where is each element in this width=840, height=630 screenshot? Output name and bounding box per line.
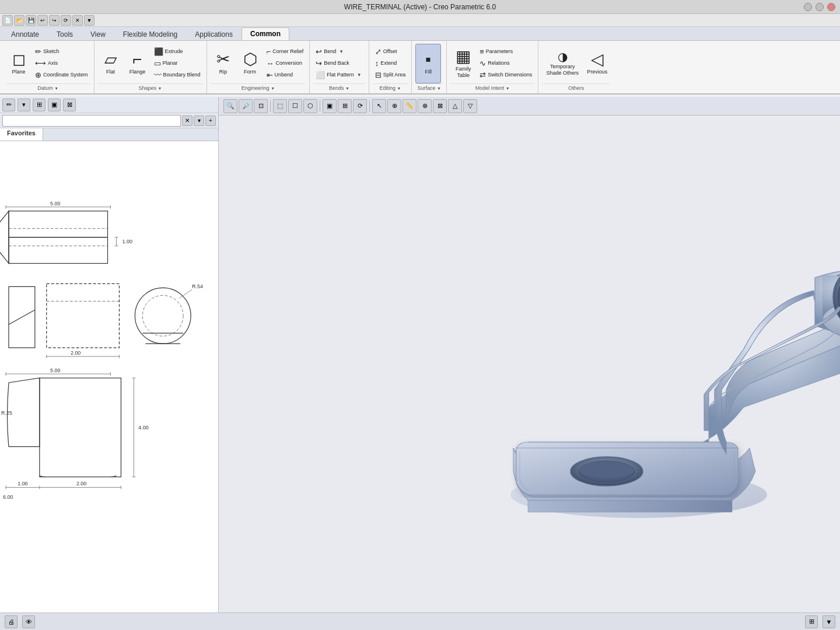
boundary-blend-button[interactable]: 〰 Boundary Blend <box>152 69 203 80</box>
zoom-in-button[interactable]: 🔍 <box>223 99 237 113</box>
flange-button[interactable]: ⌐ Flange <box>125 44 150 83</box>
corner-relief-icon: ⌐ <box>267 48 271 55</box>
corner-relief-button[interactable]: ⌐ Corner Relief <box>264 46 306 57</box>
model-intent-group-label[interactable]: Model Intent ▼ <box>450 83 534 91</box>
section-button[interactable]: ▽ <box>463 99 477 113</box>
tab-annotate[interactable]: Annotate <box>2 27 48 40</box>
status-config-button[interactable]: ▼ <box>822 615 835 628</box>
tab-common[interactable]: Common <box>242 27 289 40</box>
panel-tool-1[interactable]: ✏ <box>2 99 15 111</box>
status-print-button[interactable]: 🖨 <box>5 615 18 628</box>
extrude-button[interactable]: ⬛ Extrude <box>152 46 186 57</box>
others-buttons: ◑ Temporary Shade Others ◁ Previous <box>542 43 610 83</box>
switch-dim-icon: ⇄ <box>480 71 486 79</box>
minimize-button[interactable] <box>804 3 812 11</box>
hidden-lines-button[interactable]: ⬡ <box>303 99 317 113</box>
rip-button[interactable]: ✂ Rip <box>211 44 236 83</box>
switch-dimensions-button[interactable]: ⇄ Switch Dimensions <box>477 69 534 80</box>
quick-access-toolbar: 📄 📂 💾 ↩ ↪ ⟳ ✕ ▼ <box>0 14 840 27</box>
bends-group-label[interactable]: Bends ▼ <box>313 83 365 91</box>
group-datum: ◻ Plane ✏ Sketch ⟷ Axis ⊕ Coordinate Sys… <box>2 41 94 93</box>
wireframe-button[interactable]: ⬚ <box>273 99 287 113</box>
temp-shade-icon: ◑ <box>558 51 568 62</box>
zoom-out-button[interactable]: 🔎 <box>239 99 253 113</box>
bend-button[interactable]: ↩ Bend ▼ <box>313 46 347 57</box>
panel-tool-3[interactable]: ⊞ <box>33 99 46 111</box>
bend-dropdown[interactable]: ▼ <box>338 49 345 55</box>
window-title: WIRE_TERMINAL (Active) - Creo Parametric… <box>344 3 496 11</box>
extend-button[interactable]: ↕ Extend <box>373 58 400 69</box>
bend-back-button[interactable]: ↪ Bend Back <box>313 58 352 69</box>
family-table-button[interactable]: ▦ FamilyTable <box>450 44 476 83</box>
coordinate-system-button[interactable]: ⊕ Coordinate System <box>33 69 90 80</box>
search-close-button[interactable]: ✕ <box>182 116 192 126</box>
others-group-label[interactable]: Others <box>542 83 610 91</box>
measure-button[interactable]: 📏 <box>402 99 416 113</box>
offset-button[interactable]: ⤢ Offset <box>373 46 400 57</box>
temporary-shade-button[interactable]: ◑ Temporary Shade Others <box>542 49 583 78</box>
panel-tool-2[interactable]: ▾ <box>18 99 30 111</box>
engineering-group-label[interactable]: Engineering ▼ <box>211 83 306 91</box>
panel-tool-4[interactable]: ▣ <box>48 99 61 111</box>
status-mode-button[interactable]: ⊞ <box>805 615 818 628</box>
relations-button[interactable]: ∿ Relations <box>477 58 512 69</box>
perspective-button[interactable]: ⊞ <box>338 99 352 113</box>
qa-close[interactable]: ✕ <box>72 15 83 26</box>
flat-pattern-button[interactable]: ⬜ Flat Pattern ▼ <box>313 69 365 80</box>
split-area-button[interactable]: ⊟ Split Area <box>373 69 408 80</box>
plane-icon: ◻ <box>12 51 26 68</box>
annotation-button[interactable]: △ <box>448 99 462 113</box>
maximize-button[interactable] <box>816 3 824 11</box>
analysis-button[interactable]: ⊗ <box>418 99 432 113</box>
3d-model-svg: ↖ <box>219 120 840 612</box>
conversion-button[interactable]: ↔ Conversion <box>264 58 305 69</box>
tab-view[interactable]: View <box>82 27 114 40</box>
qa-open[interactable]: 📂 <box>14 15 24 26</box>
search-add-button[interactable]: + <box>205 116 216 126</box>
fill-button[interactable]: ▪ Fill <box>415 44 441 83</box>
qa-undo[interactable]: ↩ <box>37 15 48 26</box>
family-table-icon: ▦ <box>456 48 471 65</box>
form-button[interactable]: ⬡ Form <box>237 44 263 83</box>
select-button[interactable]: ↖ <box>372 99 386 113</box>
tab-favorites[interactable]: Favorites <box>0 128 43 141</box>
tab-flexible-modeling[interactable]: Flexible Modeling <box>114 27 186 40</box>
qa-new[interactable]: 📄 <box>2 15 13 26</box>
shapes-group-label[interactable]: Shapes ▼ <box>98 83 203 91</box>
search-input[interactable] <box>2 115 181 127</box>
orient-button[interactable]: ▣ <box>323 99 337 113</box>
planar-button[interactable]: ▭ Planar <box>152 58 180 69</box>
tab-tools[interactable]: Tools <box>48 27 82 40</box>
status-view-button[interactable]: 👁 <box>22 615 35 628</box>
sketch-button[interactable]: ✏ Sketch <box>33 46 62 57</box>
axis-button[interactable]: ⟷ Axis <box>33 58 60 69</box>
search-dropdown-button[interactable]: ▾ <box>194 116 204 126</box>
parameters-button[interactable]: ≡ Parameters <box>477 46 515 57</box>
panel-tool-5[interactable]: ⊠ <box>63 99 76 111</box>
pick-button[interactable]: ⊕ <box>387 99 401 113</box>
ribbon-content: ◻ Plane ✏ Sketch ⟷ Axis ⊕ Coordinate Sys… <box>0 41 840 93</box>
qa-more[interactable]: ▼ <box>84 15 94 26</box>
zoom-fit-button[interactable]: ⊡ <box>254 99 268 113</box>
qa-save[interactable]: 💾 <box>26 15 36 26</box>
qa-regen[interactable]: ⟳ <box>61 15 71 26</box>
svg-text:R.25: R.25 <box>1 410 12 416</box>
toolbar-separator-3 <box>369 100 370 112</box>
surface-group-label[interactable]: Surface ▼ <box>415 83 443 91</box>
datum-group-label[interactable]: Datum ▼ <box>6 83 90 91</box>
flat-button[interactable]: ▱ Flat <box>98 44 124 83</box>
view-manager-button[interactable]: ⊠ <box>433 99 447 113</box>
plane-button[interactable]: ◻ Plane <box>6 44 32 83</box>
close-button[interactable] <box>827 3 835 11</box>
qa-redo[interactable]: ↪ <box>49 15 60 26</box>
shaded-button[interactable]: ☐ <box>288 99 302 113</box>
flat-pattern-dropdown[interactable]: ▼ <box>356 72 363 78</box>
spin-button[interactable]: ⟳ <box>353 99 367 113</box>
flat-icon: ▱ <box>104 51 117 68</box>
previous-button[interactable]: ◁ Previous <box>584 44 610 83</box>
boundary-blend-icon: 〰 <box>154 71 162 79</box>
unbend-button[interactable]: ⇤ Unbend <box>264 69 296 80</box>
editing-group-label[interactable]: Editing ▼ <box>373 83 408 91</box>
window-controls <box>804 3 835 11</box>
tab-applications[interactable]: Applications <box>186 27 242 40</box>
